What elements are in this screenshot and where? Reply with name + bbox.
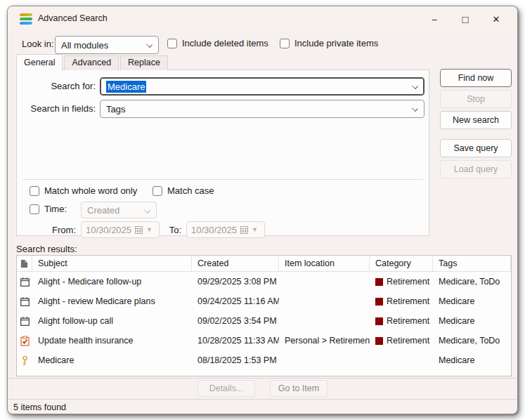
go-to-item-button[interactable]: Go to Item <box>270 380 328 397</box>
match-case-label: Match case <box>167 185 214 196</box>
checkbox-box <box>30 204 39 214</box>
category-label: Retirement <box>387 316 429 326</box>
checkbox-box <box>280 39 290 48</box>
created-cell: 09/24/2025 11:16 AM <box>192 296 279 306</box>
search-in-fields-label: Search in fields: <box>17 103 96 114</box>
column-header-item-location[interactable]: Item location <box>279 256 370 271</box>
search-in-fields-value: Tags <box>106 104 125 114</box>
tab-replace[interactable]: Replace <box>120 55 168 70</box>
category-color-swatch <box>375 337 383 345</box>
tab-strip: General Advanced Replace <box>16 55 169 70</box>
category-cell: Retirement <box>370 277 433 287</box>
location-cell: Personal > Retirement <box>279 336 370 346</box>
look-in-value: All modules <box>61 40 108 51</box>
chevron-down-icon <box>412 83 418 89</box>
subject-cell: Alight - review Medicare plans <box>32 296 192 306</box>
load-query-button[interactable]: Load query <box>440 160 512 178</box>
tags-cell: Medicare, ToDo <box>433 277 511 287</box>
calendar-picker-icon <box>240 226 248 234</box>
subject-cell: Update health insurance <box>32 336 192 346</box>
dropdown-arrow-icon: ▼ <box>252 226 258 233</box>
results-header-row: Subject Created Item location Category T… <box>17 256 511 272</box>
column-header-tags[interactable]: Tags <box>433 256 511 271</box>
calendar-icon <box>20 277 30 287</box>
include-private-checkbox[interactable]: Include private items <box>280 38 378 48</box>
close-button[interactable]: ✕ <box>481 6 512 32</box>
column-header-category[interactable]: Category <box>370 256 433 271</box>
search-in-fields-combobox[interactable]: Tags <box>100 100 424 118</box>
advanced-search-dialog: Advanced Search – □ ✕ Look in: All modul… <box>7 6 518 414</box>
look-in-label: Look in: <box>22 39 54 49</box>
search-for-value: Medicare <box>106 81 146 93</box>
column-header-subject[interactable]: Subject <box>32 256 192 271</box>
dropdown-arrow-icon: ▼ <box>146 226 153 233</box>
tab-advanced[interactable]: Advanced <box>64 55 119 70</box>
save-query-button[interactable]: Save query <box>440 139 512 157</box>
column-header-created[interactable]: Created <box>192 256 279 271</box>
match-whole-word-label: Match whole word only <box>44 185 137 196</box>
calendar-picker-icon <box>135 226 143 234</box>
from-date-picker[interactable]: 10/30/2025 ▼ <box>81 221 160 238</box>
search-for-combobox[interactable]: Medicare <box>100 77 424 96</box>
include-deleted-label: Include deleted items <box>182 38 268 48</box>
created-cell: 10/28/2025 11:33 AM <box>192 336 279 346</box>
category-cell: Retirement <box>370 296 433 306</box>
result-row[interactable]: Update health insurance10/28/2025 11:33 … <box>17 331 511 350</box>
minimize-button[interactable]: – <box>419 6 450 32</box>
match-whole-word-checkbox[interactable]: Match whole word only <box>30 185 137 196</box>
time-label: Time: <box>44 204 67 214</box>
created-cell: 09/29/2025 3:08 PM <box>192 277 279 287</box>
checkbox-box <box>30 186 39 196</box>
tags-cell: Medicare <box>433 316 511 326</box>
time-checkbox[interactable]: Time: <box>30 204 67 214</box>
to-date-value: 10/30/2025 <box>191 225 237 235</box>
look-in-select[interactable]: All modules <box>55 36 159 54</box>
tags-cell: Medicare, ToDo <box>433 336 511 346</box>
item-type-cell <box>17 296 32 307</box>
status-bar-text: 5 items found <box>13 402 66 412</box>
include-private-label: Include private items <box>294 38 378 48</box>
tab-general[interactable]: General <box>16 54 63 70</box>
separator <box>8 399 517 400</box>
item-type-cell <box>17 336 32 346</box>
find-now-button[interactable]: Find now <box>440 69 512 87</box>
task-icon <box>20 336 30 346</box>
time-field-select[interactable]: Created <box>81 202 157 218</box>
key-icon <box>20 355 30 366</box>
category-label: Retirement <box>387 277 429 287</box>
window-title: Advanced Search <box>38 13 108 23</box>
checkbox-box <box>153 186 162 196</box>
search-for-label: Search for: <box>17 81 96 91</box>
category-cell: Retirement <box>370 336 433 346</box>
category-label: Retirement <box>387 296 429 306</box>
calendar-icon <box>20 296 30 307</box>
time-field-value: Created <box>87 205 119 216</box>
stop-button[interactable]: Stop <box>440 90 512 108</box>
created-cell: 09/02/2025 3:54 PM <box>192 316 279 326</box>
tags-cell: Medicare <box>433 355 511 365</box>
created-cell: 08/18/2025 1:53 PM <box>192 355 279 365</box>
chevron-down-icon <box>412 105 418 112</box>
to-date-picker[interactable]: 10/30/2025 ▼ <box>186 221 265 238</box>
result-row[interactable]: Alight - review Medicare plans09/24/2025… <box>17 291 511 311</box>
item-type-column-header[interactable] <box>17 256 32 271</box>
details-button[interactable]: Details... <box>197 380 255 397</box>
maximize-button[interactable]: □ <box>450 6 481 32</box>
match-case-checkbox[interactable]: Match case <box>153 185 214 196</box>
new-search-button[interactable]: New search <box>440 111 512 129</box>
title-bar: Advanced Search – □ ✕ <box>8 6 517 32</box>
category-cell: Retirement <box>370 316 433 326</box>
document-icon <box>20 259 28 268</box>
item-type-cell <box>17 277 32 287</box>
result-row[interactable]: Alight - Medicare follow-up09/29/2025 3:… <box>17 272 511 291</box>
result-row[interactable]: Alight follow-up call09/02/2025 3:54 PMR… <box>17 311 511 331</box>
item-type-cell <box>17 355 32 366</box>
checkbox-box <box>167 39 177 48</box>
category-color-swatch <box>375 317 383 325</box>
general-tab-panel: Search for: Medicare Search in fields: T… <box>16 70 429 236</box>
chevron-down-icon <box>144 207 150 214</box>
from-date-value: 10/30/2025 <box>86 225 131 235</box>
chevron-down-icon <box>146 41 153 48</box>
result-row[interactable]: Medicare08/18/2025 1:53 PMMedicare <box>17 350 511 370</box>
include-deleted-checkbox[interactable]: Include deleted items <box>167 38 268 48</box>
